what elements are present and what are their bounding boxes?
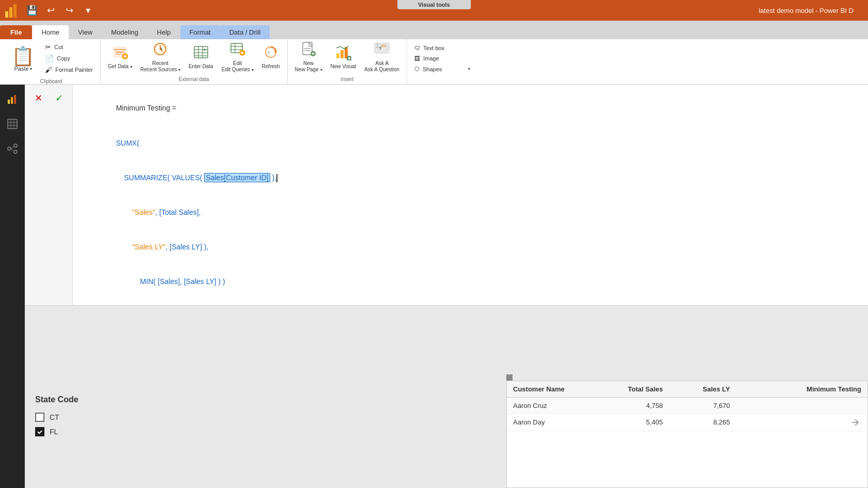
insert-elements-group: 🗨 Text box 🖼 Image ⬡ Shapes ▾ [407, 39, 477, 84]
new-page-button[interactable]: NewNew Page ▾ [292, 41, 326, 72]
cut-button[interactable]: ✂ Cut [42, 41, 96, 53]
text-cursor [276, 174, 277, 182]
cell-name-2: Aaron Day [513, 418, 606, 427]
filter-checkbox-fl[interactable] [35, 427, 44, 436]
ask-question-icon: ∑ abc ? [374, 41, 390, 59]
header-minimum-testing: Minimum Testing [740, 385, 861, 393]
header-sales-ly: Sales LY [673, 385, 740, 393]
ask-question-button[interactable]: ∑ abc ? Ask AAsk A Question [361, 41, 402, 72]
refresh-icon [262, 44, 279, 62]
formula-line4: "Sales" [116, 208, 155, 216]
edit-queries-label: EditEdit Queries ▾ [222, 60, 254, 73]
paste-button[interactable]: 📋 Paste ▾ [6, 41, 40, 77]
formula-content[interactable]: Minimum Testing = SUMX( SUMMARIZE( VALUE… [73, 85, 868, 305]
shapes-icon: ⬡ [414, 66, 420, 72]
svg-rect-27 [340, 50, 344, 58]
text-box-icon: 🗨 [414, 45, 420, 51]
svg-rect-9 [194, 46, 208, 58]
filter-panel: State Code CT FL [25, 385, 206, 488]
formula-line3-pre: SUMMARIZE( VALUES( [116, 174, 204, 182]
filter-checkbox-ct[interactable] [35, 413, 44, 422]
image-icon: 🖼 [414, 55, 420, 61]
table-container: Customer Name Total Sales Sales LY Minim… [506, 374, 868, 488]
redo-button[interactable]: ↪ [62, 3, 76, 18]
new-visual-label: New Visual [331, 64, 357, 70]
canvas-area: ✕ ✓ Minimum Testing = SUMX( SUMMARIZE( V… [25, 85, 868, 488]
paste-label: Paste ▾ [14, 66, 32, 72]
save-button[interactable]: 💾 [25, 3, 39, 18]
copy-button[interactable]: 📄 Copy [42, 53, 96, 64]
formula-line5: "Sales LY" [116, 243, 165, 251]
svg-rect-26 [336, 53, 339, 58]
undo-button[interactable]: ↩ [43, 3, 58, 18]
ask-question-label: Ask AAsk A Question [364, 60, 399, 73]
table-row: Aaron Cruz 4,758 7,670 [507, 398, 867, 414]
svg-point-43 [14, 144, 17, 147]
get-data-icon [112, 44, 128, 62]
svg-rect-6 [116, 54, 121, 55]
external-data-label: External data [179, 75, 209, 82]
new-visual-button[interactable]: New Visual [328, 41, 360, 72]
text-box-button[interactable]: 🗨 Text box [411, 43, 473, 53]
svg-point-44 [14, 150, 17, 153]
svg-rect-34 [8, 100, 10, 104]
svg-rect-36 [14, 95, 16, 104]
formula-bar: ✕ ✓ Minimum Testing = SUMX( SUMMARIZE( V… [25, 85, 868, 306]
formula-line5b: , [Sales LY] ), [166, 243, 209, 251]
edit-queries-button[interactable]: EditEdit Queries ▾ [219, 41, 257, 72]
sidebar-icon-report[interactable] [2, 89, 23, 109]
tab-help[interactable]: Help [148, 25, 180, 39]
tab-file[interactable]: File [0, 25, 32, 39]
formula-highlight: Sales[Customer ID] [204, 173, 270, 182]
enter-data-button[interactable]: Enter Data [185, 41, 216, 72]
recent-sources-button[interactable]: RecentRecent Sources ▾ [137, 41, 183, 72]
format-painter-button[interactable]: 🖌 Format Painter [42, 64, 96, 75]
format-painter-icon: 🖌 [45, 66, 52, 74]
formula-line2: SUMX( [116, 139, 139, 147]
cell-ly-1: 7,670 [673, 402, 740, 410]
clipboard-group: 📋 Paste ▾ ✂ Cut 📄 Copy 🖌 Format P [2, 39, 101, 84]
sidebar-icon-model[interactable] [2, 138, 23, 159]
new-page-label: NewNew Page ▾ [295, 60, 322, 73]
formula-line4b: , [Total Sales], [156, 208, 201, 216]
tab-home[interactable]: Home [32, 25, 69, 39]
new-visual-icon [335, 44, 351, 62]
filter-item-fl: FL [35, 427, 195, 436]
formula-line3-post: ), [270, 174, 276, 182]
dropdown-button[interactable]: ▾ [81, 3, 95, 18]
cell-ly-2: 8,265 [673, 418, 740, 427]
cell-sales-2: 5,405 [606, 418, 673, 427]
filter-item-ct: CT [35, 413, 195, 422]
tab-data-drill[interactable]: Data / Drill [220, 25, 270, 39]
clipboard-small-buttons: ✂ Cut 📄 Copy 🖌 Format Painter [42, 41, 96, 75]
svg-point-42 [8, 147, 11, 150]
shapes-button[interactable]: ⬡ Shapes ▾ [411, 64, 473, 74]
cell-sales-1: 4,758 [606, 402, 673, 410]
external-data-group: Get Data ▾ RecentRecent Sources ▾ [101, 39, 288, 84]
new-page-icon [300, 41, 317, 59]
image-button[interactable]: 🖼 Image [411, 54, 473, 63]
filter-label-ct: CT [50, 413, 59, 421]
recent-sources-label: RecentRecent Sources ▾ [141, 60, 180, 73]
cell-min-1 [740, 402, 861, 410]
svg-rect-0 [5, 11, 8, 18]
filter-label-fl: FL [50, 428, 58, 436]
app-logo [4, 2, 21, 19]
insert-group: NewNew Page ▾ New Visual [288, 39, 408, 84]
refresh-button[interactable]: Refresh [259, 41, 283, 72]
get-data-button[interactable]: Get Data ▾ [105, 41, 135, 72]
tab-view[interactable]: View [69, 25, 102, 39]
edit-queries-icon [229, 41, 246, 59]
formula-cancel-button[interactable]: ✕ [29, 89, 48, 107]
formula-bar-controls: ✕ ✓ [25, 85, 73, 305]
header-total-sales: Total Sales [606, 385, 673, 393]
paste-icon: 📋 [11, 47, 35, 66]
formula-confirm-button[interactable]: ✓ [50, 89, 68, 107]
tab-modeling[interactable]: Modeling [102, 25, 148, 39]
cell-name-1: Aaron Cruz [513, 402, 606, 410]
svg-rect-2 [13, 4, 17, 18]
tab-format[interactable]: Format [180, 25, 220, 39]
enter-data-label: Enter Data [189, 64, 213, 70]
left-sidebar [0, 85, 25, 488]
sidebar-icon-data[interactable] [2, 114, 23, 134]
